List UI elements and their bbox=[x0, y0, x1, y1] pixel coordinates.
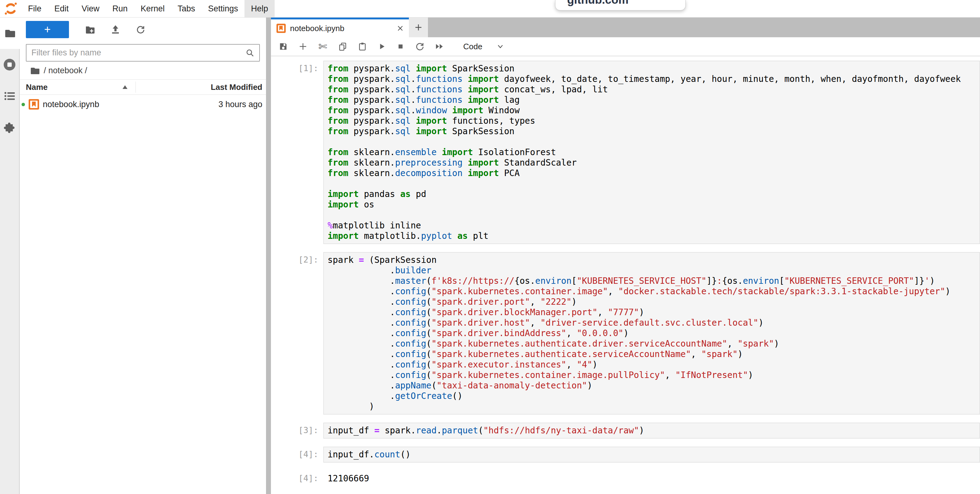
restart-run-all-button[interactable] bbox=[435, 40, 444, 53]
cell-editor[interactable]: from pyspark.sql import SparkSessionfrom… bbox=[323, 60, 980, 244]
input-prompt: [4]: bbox=[271, 446, 323, 462]
menu-file[interactable]: File bbox=[22, 0, 48, 17]
cut-icon: ✄ bbox=[318, 40, 327, 52]
file-browser-panel: + bbox=[20, 17, 266, 494]
panel-resize-handle[interactable] bbox=[266, 17, 271, 494]
input-prompt: [1]: bbox=[271, 60, 323, 244]
file-filter-input[interactable] bbox=[32, 48, 246, 57]
fast-forward-icon bbox=[435, 43, 444, 51]
interrupt-kernel-button[interactable] bbox=[397, 40, 404, 53]
popup-site-name: github.com bbox=[567, 0, 686, 6]
sort-ascending-icon[interactable] bbox=[123, 85, 127, 89]
output-area: [4]:12106669 bbox=[271, 470, 980, 484]
chevron-down-icon bbox=[496, 44, 504, 49]
folder-icon bbox=[5, 29, 15, 37]
list-icon bbox=[4, 92, 15, 100]
input-prompt: [2]: bbox=[271, 252, 323, 415]
copy-icon bbox=[338, 42, 347, 51]
breadcrumb[interactable]: / notebook / bbox=[20, 62, 266, 79]
menu-settings[interactable]: Settings bbox=[202, 0, 245, 17]
output-prompt: [4]: bbox=[271, 470, 323, 484]
kernel-running-dot bbox=[22, 103, 25, 106]
restart-kernel-button[interactable] bbox=[415, 40, 424, 53]
file-browser-toolbar: + bbox=[20, 17, 266, 41]
orange-swirl-logo-icon bbox=[4, 2, 18, 16]
code-cell: [3]:input_df = spark.read.parquet("hdfs:… bbox=[271, 423, 980, 438]
notebook-toolbar: ✄ bbox=[271, 37, 980, 56]
stop-circle-icon bbox=[3, 58, 16, 71]
cell-editor[interactable]: input_df.count() bbox=[323, 446, 980, 462]
add-cell-icon bbox=[299, 42, 307, 51]
home-folder-icon[interactable] bbox=[31, 67, 40, 74]
refresh-button[interactable] bbox=[136, 23, 145, 37]
stop-icon bbox=[397, 43, 404, 50]
new-launcher-button[interactable]: + bbox=[26, 21, 69, 38]
menu-kernel[interactable]: Kernel bbox=[134, 0, 171, 17]
notebook-icon bbox=[277, 24, 286, 33]
file-modified: 3 hours ago bbox=[218, 100, 262, 109]
copy-cells-button[interactable] bbox=[338, 40, 347, 53]
menu-view[interactable]: View bbox=[75, 0, 106, 17]
menu-help[interactable]: Help bbox=[245, 0, 275, 17]
code-cell: [1]:from pyspark.sql import SparkSession… bbox=[271, 60, 980, 244]
sidebar-tab-filebrowser[interactable] bbox=[0, 17, 20, 49]
left-sidebar-tabs bbox=[0, 17, 20, 494]
input-prompt: [3]: bbox=[271, 423, 323, 438]
file-filter-box bbox=[26, 44, 260, 62]
save-button[interactable] bbox=[279, 40, 288, 53]
new-folder-button[interactable] bbox=[86, 23, 95, 37]
column-header-modified[interactable]: Last Modified bbox=[211, 83, 262, 92]
refresh-icon bbox=[136, 25, 145, 34]
sidebar-tab-extensions[interactable] bbox=[0, 112, 19, 143]
notebook-panel: notebook.ipynb bbox=[271, 17, 980, 494]
menu-run[interactable]: Run bbox=[106, 0, 134, 17]
file-name: notebook.ipynb bbox=[43, 100, 99, 109]
upload-button[interactable] bbox=[111, 23, 119, 37]
app-logo[interactable] bbox=[0, 2, 22, 16]
file-list-header: Name Last Modified bbox=[20, 79, 266, 95]
menu-edit[interactable]: Edit bbox=[48, 0, 75, 17]
notebook-file-icon bbox=[29, 99, 39, 110]
browser-popup: github.com bbox=[555, 0, 686, 11]
breadcrumb-path: / notebook / bbox=[44, 66, 87, 75]
insert-cell-button[interactable] bbox=[299, 40, 307, 53]
upload-icon bbox=[111, 25, 119, 34]
code-cell: [2]:spark = (SparkSession .builder .mast… bbox=[271, 252, 980, 415]
tab-title: notebook.ipynb bbox=[290, 24, 344, 33]
jupyterlab-window: File Edit View Run Kernel Tabs Settings … bbox=[0, 0, 980, 494]
run-cell-button[interactable] bbox=[378, 40, 386, 53]
save-icon bbox=[279, 42, 288, 51]
cut-cells-button[interactable]: ✄ bbox=[318, 40, 327, 53]
tab-close-button[interactable] bbox=[396, 25, 404, 32]
notebook-cells: [1]:from pyspark.sql import SparkSession… bbox=[271, 56, 980, 494]
paste-icon bbox=[358, 42, 367, 51]
cell-editor[interactable]: input_df = spark.read.parquet("hdfs://hd… bbox=[323, 423, 980, 438]
cell-type-dropdown[interactable]: Code bbox=[463, 42, 504, 51]
column-header-name[interactable]: Name bbox=[26, 83, 48, 92]
close-icon bbox=[396, 25, 404, 32]
search-icon bbox=[246, 49, 254, 57]
new-folder-icon bbox=[86, 26, 95, 33]
paste-cells-button[interactable] bbox=[358, 40, 367, 53]
restart-icon bbox=[415, 42, 424, 51]
cell-editor[interactable]: spark = (SparkSession .builder .master(f… bbox=[323, 252, 980, 415]
cell-type-value: Code bbox=[463, 42, 482, 51]
plus-icon bbox=[414, 24, 422, 32]
puzzle-icon bbox=[4, 122, 15, 133]
tab-notebook[interactable]: notebook.ipynb bbox=[271, 17, 409, 37]
cell-output-text: 12106669 bbox=[323, 470, 980, 484]
sidebar-tab-running[interactable] bbox=[0, 49, 19, 80]
column-divider bbox=[135, 81, 136, 93]
file-row-notebook[interactable]: notebook.ipynb 3 hours ago bbox=[20, 95, 266, 114]
new-tab-button[interactable] bbox=[409, 17, 428, 37]
sidebar-tab-toc[interactable] bbox=[0, 80, 19, 112]
menu-tabs[interactable]: Tabs bbox=[171, 0, 202, 17]
code-cell: [4]:input_df.count() bbox=[271, 446, 980, 462]
dock-tab-bar: notebook.ipynb bbox=[271, 17, 980, 37]
menu-bar: File Edit View Run Kernel Tabs Settings … bbox=[0, 0, 980, 17]
run-icon bbox=[378, 43, 386, 51]
